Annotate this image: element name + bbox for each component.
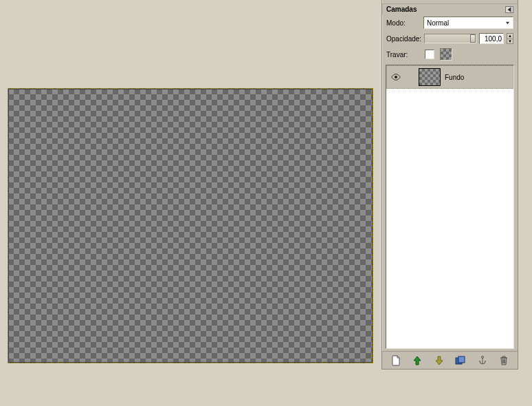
layer-list: Fundo [386,65,514,349]
panel-header: Camadas [382,4,518,14]
blend-mode-value: Normal [427,19,449,27]
eye-icon [391,74,401,81]
opacity-input[interactable] [479,33,504,44]
duplicate-layer-button[interactable] [454,354,467,367]
panel-menu-button[interactable] [505,6,513,13]
arrow-down-icon [435,356,443,365]
layer-row[interactable]: Fundo [386,65,513,89]
anchor-layer-button[interactable] [476,354,489,367]
layer-button-row [382,351,518,369]
arrow-up-icon [413,356,421,365]
lock-pixels-toggle[interactable] [425,50,434,59]
lower-layer-button[interactable] [433,354,445,367]
lock-alpha-toggle[interactable] [440,48,452,61]
mode-label: Modo: [386,19,419,27]
blend-mode-select[interactable]: Normal [423,17,513,29]
visibility-toggle[interactable] [391,72,401,82]
image-canvas[interactable] [8,88,373,363]
opacity-label: Opacidade: [386,35,421,43]
layer-thumbnail[interactable] [419,68,441,86]
new-layer-icon [391,355,401,366]
chevron-down-icon [505,21,510,25]
anchor-icon [478,356,487,365]
spin-up-icon[interactable]: ▲ [507,34,513,39]
opacity-spin-buttons[interactable]: ▲ ▼ [507,33,513,44]
opacity-row: Opacidade: ▲ ▼ [382,31,518,46]
lock-row: Travar: [382,46,518,63]
new-layer-button[interactable] [390,354,402,367]
raise-layer-button[interactable] [411,354,423,367]
panel-title: Camadas [386,6,417,13]
slider-handle[interactable] [470,34,476,43]
layers-panel: Camadas Modo: Normal Opacidade: ▲ ▼ Trav… [381,0,518,370]
opacity-slider[interactable] [424,34,476,43]
mode-row: Modo: Normal [382,14,518,31]
triangle-left-icon [506,6,513,13]
svg-rect-2 [458,356,465,363]
lock-label: Travar: [386,51,419,58]
layer-name[interactable]: Fundo [445,74,464,81]
spin-down-icon[interactable]: ▼ [507,39,513,44]
delete-layer-button[interactable] [498,354,510,367]
duplicate-icon [455,356,466,365]
svg-point-0 [395,76,397,78]
trash-icon [500,356,508,365]
